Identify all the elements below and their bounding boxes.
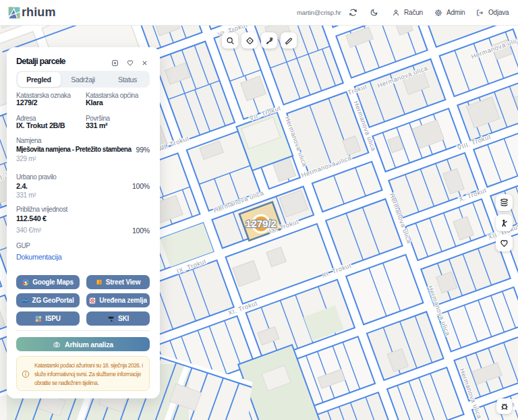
svg-text:1279/2: 1279/2: [246, 218, 277, 229]
